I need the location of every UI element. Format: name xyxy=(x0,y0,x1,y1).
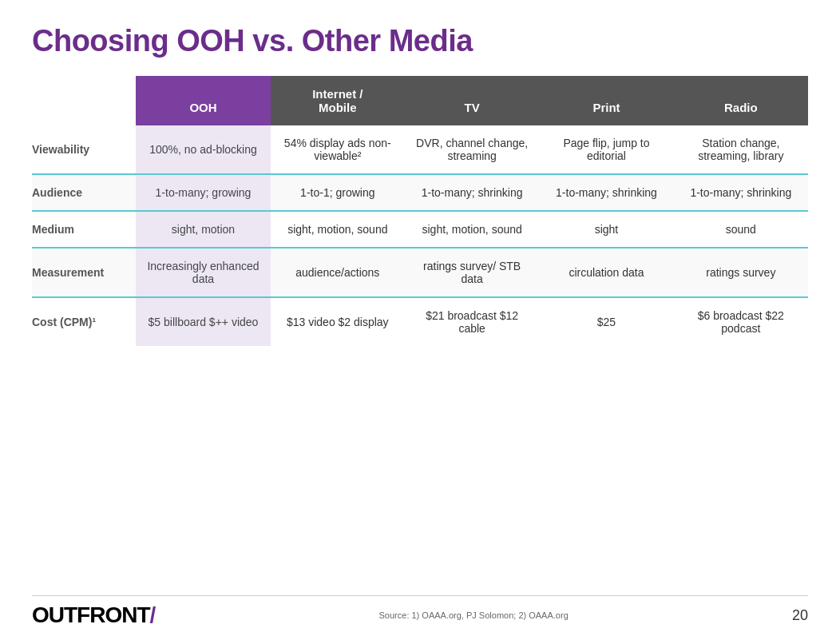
header-print: Print xyxy=(539,76,673,125)
tv-cell: ratings survey/ STB data xyxy=(405,248,539,297)
print-cell: circulation data xyxy=(539,248,673,297)
row-label: Measurement xyxy=(32,248,136,297)
tv-cell: sight, motion, sound xyxy=(405,211,539,248)
tv-cell: $21 broadcast $12 cable xyxy=(405,297,539,346)
row-label: Medium xyxy=(32,211,136,248)
header-tv: TV xyxy=(405,76,539,125)
internet-cell: sight, motion, sound xyxy=(271,211,405,248)
row-label: Viewability xyxy=(32,125,136,174)
comparison-table: OOH Internet /Mobile TV Print Radio View… xyxy=(32,76,808,346)
print-cell: sight xyxy=(539,211,673,248)
page-number: 20 xyxy=(792,607,808,624)
logo: OUTFRONT/ xyxy=(32,602,155,628)
ooh-cell: Increasingly enhanced data xyxy=(136,248,270,297)
ooh-cell: $5 billboard $++ video xyxy=(136,297,270,346)
logo-slash: / xyxy=(150,602,156,627)
header-label xyxy=(32,76,136,125)
logo-text: OUTFRONT xyxy=(32,602,150,627)
internet-cell: 54% display ads non-viewable² xyxy=(271,125,405,174)
row-label: Cost (CPM)¹ xyxy=(32,297,136,346)
print-cell: $25 xyxy=(539,297,673,346)
ooh-cell: sight, motion xyxy=(136,211,270,248)
internet-cell: $13 video $2 display xyxy=(271,297,405,346)
header-radio: Radio xyxy=(674,76,808,125)
comparison-table-wrapper: OOH Internet /Mobile TV Print Radio View… xyxy=(32,76,808,582)
table-row: MeasurementIncreasingly enhanced dataaud… xyxy=(32,248,808,297)
internet-cell: audience/actions xyxy=(271,248,405,297)
footer-source: Source: 1) OAAA.org, PJ Solomon; 2) OAAA… xyxy=(155,610,792,620)
table-row: Audience1-to-many; growing1-to-1; growin… xyxy=(32,174,808,211)
tv-cell: DVR, channel change, streaming xyxy=(405,125,539,174)
radio-cell: ratings survey xyxy=(674,248,808,297)
footer: OUTFRONT/ Source: 1) OAAA.org, PJ Solomo… xyxy=(32,595,808,628)
table-row: Mediumsight, motionsight, motion, sounds… xyxy=(32,211,808,248)
ooh-cell: 1-to-many; growing xyxy=(136,174,270,211)
internet-cell: 1-to-1; growing xyxy=(271,174,405,211)
header-ooh: OOH xyxy=(136,76,270,125)
tv-cell: 1-to-many; shrinking xyxy=(405,174,539,211)
print-cell: Page flip, jump to editorial xyxy=(539,125,673,174)
row-label: Audience xyxy=(32,174,136,211)
header-internet: Internet /Mobile xyxy=(271,76,405,125)
radio-cell: Station change, streaming, library xyxy=(674,125,808,174)
table-row: Cost (CPM)¹$5 billboard $++ video$13 vid… xyxy=(32,297,808,346)
ooh-cell: 100%, no ad-blocking xyxy=(136,125,270,174)
page-title: Choosing OOH vs. Other Media xyxy=(32,24,808,58)
page: Choosing OOH vs. Other Media OOH Interne… xyxy=(0,0,840,644)
radio-cell: $6 broadcast $22 podcast xyxy=(674,297,808,346)
radio-cell: sound xyxy=(674,211,808,248)
table-row: Viewability100%, no ad-blocking54% displ… xyxy=(32,125,808,174)
radio-cell: 1-to-many; shrinking xyxy=(674,174,808,211)
print-cell: 1-to-many; shrinking xyxy=(539,174,673,211)
